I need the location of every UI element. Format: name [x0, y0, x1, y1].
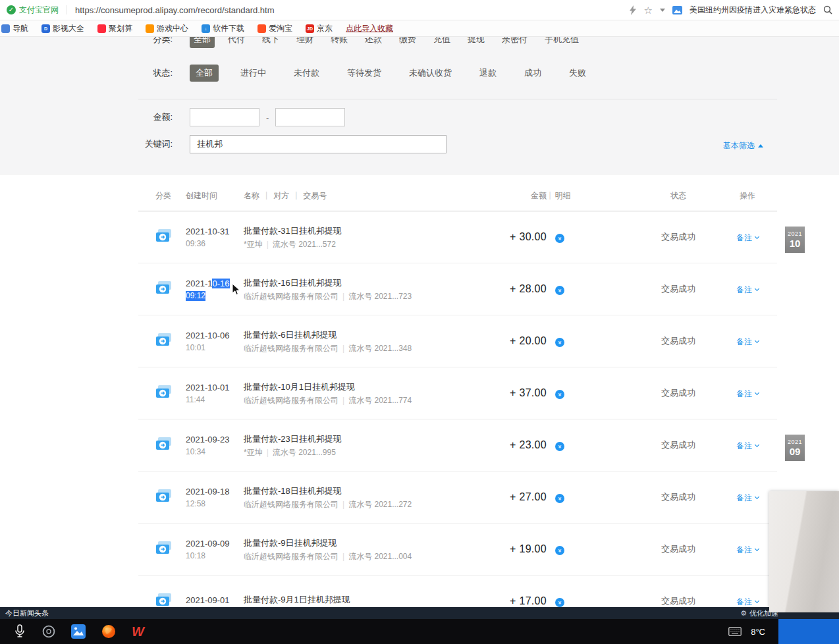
remark-link[interactable]: 备注 [736, 441, 759, 452]
remark-label: 备注 [736, 284, 752, 296]
balance-detail-icon[interactable]: ¥ [555, 442, 564, 451]
balance-detail-icon[interactable]: ¥ [555, 598, 564, 607]
filter-chip[interactable]: 缴费 [395, 37, 420, 48]
remark-label: 备注 [736, 545, 752, 556]
keyboard-ime-icon[interactable] [728, 627, 742, 636]
filter-chip[interactable]: 亲密付 [498, 37, 531, 48]
row-counterparty: 临沂超钱网络服务有限公司 [244, 344, 338, 353]
recorder-app-icon[interactable] [42, 625, 55, 638]
weather-temperature[interactable]: 8°C [751, 627, 765, 637]
balance-detail-icon[interactable]: ¥ [555, 286, 564, 295]
bookmark-item[interactable]: 游戏中心 [146, 23, 188, 34]
table-row: 2021-10-06 10:01 批量付款-6日挂机邦提现 临沂超钱网络服务有限… [138, 315, 777, 367]
remark-label: 备注 [736, 232, 752, 244]
filter-chip[interactable]: 代付 [224, 37, 249, 48]
bookmark-item[interactable]: 爱淘宝 [257, 23, 292, 34]
search-icon[interactable] [823, 5, 832, 14]
remark-link[interactable]: 备注 [736, 545, 759, 556]
bookmark-item[interactable]: D 影视大全 [41, 23, 84, 34]
amount-max-input[interactable] [275, 108, 345, 126]
table-body: 2021-10-31 09:36 批量付款-31日挂机邦提现 *亚坤|流水号 2… [138, 211, 777, 607]
news-thumbnail-icon[interactable] [672, 6, 682, 14]
filter-chip[interactable]: 手机充值 [541, 37, 583, 48]
row-serial-number: 流水号 2021...348 [348, 344, 412, 353]
row-time: 10:01 [186, 343, 205, 353]
remark-label: 备注 [736, 493, 752, 504]
transfer-category-icon [155, 234, 173, 245]
filter-chip[interactable]: 未确认收货 [403, 65, 458, 82]
balance-detail-icon[interactable]: ¥ [555, 234, 564, 243]
timeline-month-badge[interactable]: 2021 09 [785, 435, 805, 461]
taskbar-widget[interactable] [778, 619, 839, 644]
star-favorite-icon[interactable]: ☆ [644, 5, 653, 15]
transfer-category-icon [155, 442, 173, 453]
remark-link[interactable]: 备注 [736, 284, 759, 296]
filter-chip[interactable]: 充值 [429, 37, 454, 48]
news-strip-left[interactable]: 今日新闻头条 [5, 608, 49, 618]
filter-chip[interactable]: 等待发货 [341, 65, 387, 82]
remark-link[interactable]: 备注 [736, 389, 759, 400]
row-date: 2021-10-06 [186, 330, 244, 341]
remark-link[interactable]: 备注 [736, 232, 759, 244]
balance-detail-icon[interactable]: ¥ [555, 338, 564, 347]
bookmark-label: 影视大全 [53, 23, 84, 34]
row-status: 交易成功 [639, 595, 718, 607]
table-row: 2021-09-09 10:18 批量付款-9日挂机邦提现 临沂超钱网络服务有限… [138, 523, 777, 576]
row-counterparty: 临沂超钱网络服务有限公司 [244, 552, 338, 561]
site-verified-badge[interactable]: ✓ 支付宝官网 [7, 5, 59, 16]
chevron-down-icon [755, 599, 759, 603]
filter-chip[interactable]: 还款 [361, 37, 386, 48]
microphone-icon[interactable] [13, 624, 26, 639]
filter-chip[interactable]: 线下 [258, 37, 283, 48]
row-name: 批量付款-18日挂机邦提现 [244, 485, 487, 496]
bookmark-item[interactable]: 导航 [1, 23, 28, 34]
amount-min-input[interactable] [190, 108, 259, 126]
filter-chip[interactable]: 未付款 [288, 65, 325, 82]
bookmark-item[interactable]: ↓ 软件下载 [202, 23, 244, 34]
news-ticker-text[interactable]: 美国纽约州因疫情进入灾难紧急状态 [690, 5, 816, 16]
remark-link[interactable]: 备注 [736, 597, 759, 608]
filter-chip[interactable]: 理财 [292, 37, 317, 48]
wps-app-icon[interactable]: W [132, 625, 144, 638]
filter-chip[interactable]: 转账 [327, 37, 352, 48]
filter-chip[interactable]: 退款 [474, 65, 502, 82]
balance-detail-icon[interactable]: ¥ [555, 546, 564, 555]
bookmark-favicon [97, 24, 106, 33]
category-filter-row: 分类: 全部代付线下理财转账还款缴费充值提现亲密付手机充值 [136, 37, 583, 48]
bookmark-label: 游戏中心 [157, 23, 188, 34]
row-status: 交易成功 [639, 335, 718, 347]
filter-chip[interactable]: 进行中 [234, 65, 272, 82]
basic-filter-toggle[interactable]: 基本筛选 [723, 140, 763, 151]
filter-chip[interactable]: 成功 [518, 65, 547, 82]
browser-address-bar: ✓ 支付宝官网 https://consumeprod.alipay.com/r… [0, 0, 839, 20]
remark-link[interactable]: 备注 [736, 493, 759, 504]
table-row: 2021-09-23 10:34 批量付款-23日挂机邦提现 *亚坤|流水号 2… [138, 419, 777, 471]
row-serial-number: 流水号 2021...004 [348, 552, 412, 561]
bookmark-item[interactable]: 点此导入收藏 [346, 23, 393, 34]
photos-app-icon[interactable] [71, 624, 86, 639]
row-counterparty: 临沂超钱网络服务有限公司 [244, 500, 338, 509]
row-counterparty: *亚坤 [244, 240, 263, 249]
balance-detail-icon[interactable]: ¥ [555, 390, 564, 399]
keyword-input[interactable] [190, 135, 447, 153]
timeline-month-badge[interactable]: 2021 10 [785, 227, 805, 253]
remark-link[interactable]: 备注 [736, 336, 759, 348]
remark-label: 备注 [736, 597, 752, 608]
filter-chip[interactable]: 全部 [190, 65, 219, 82]
filter-chip[interactable]: 提现 [464, 37, 489, 48]
camera-overlay-window[interactable] [769, 491, 839, 612]
filter-chip[interactable]: 失败 [563, 65, 592, 82]
chevron-down-icon [755, 443, 759, 447]
bookmark-item[interactable]: JD 京东 [306, 23, 333, 34]
chevron-down-icon[interactable] [660, 9, 665, 12]
row-name: 批量付款-23日挂机邦提现 [244, 433, 487, 444]
browser-app-icon[interactable] [101, 624, 116, 639]
filter-chip[interactable]: 全部 [190, 37, 215, 48]
lightning-icon[interactable] [629, 5, 637, 15]
row-status: 交易成功 [639, 439, 718, 451]
bookmark-favicon: D [41, 24, 50, 33]
status-chips: 全部进行中未付款等待发货未确认收货退款成功失败 [190, 65, 592, 82]
url-text[interactable]: https://consumeprod.alipay.com/record/st… [75, 5, 624, 15]
balance-detail-icon[interactable]: ¥ [555, 494, 564, 503]
bookmark-item[interactable]: 聚划算 [97, 23, 132, 34]
